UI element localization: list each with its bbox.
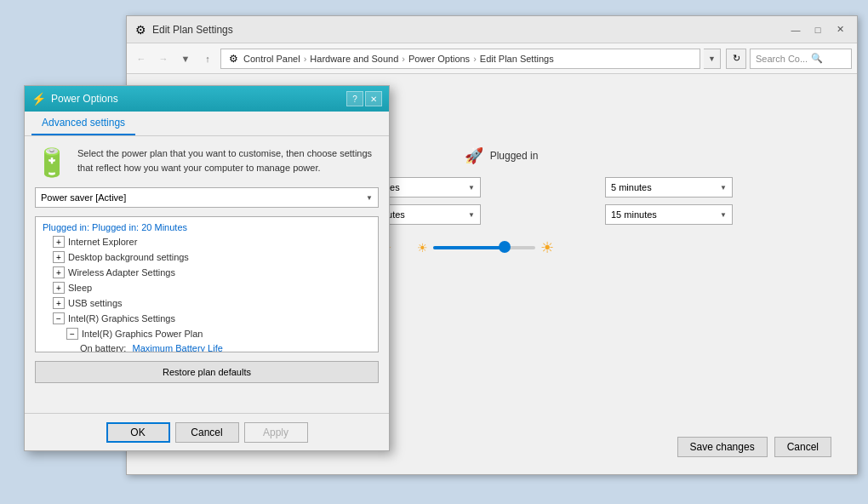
dialog-info-row: 🔋 Select the power plan that you want to… [35,146,379,179]
breadcrumb-edit-plan: Edit Plan Settings [480,54,554,64]
window-controls: — □ ✕ [785,21,850,38]
dropdown-arrow-icon: ▼ [468,184,475,192]
dialog-close-button[interactable]: ✕ [365,91,382,106]
dialog-apply-button[interactable]: Apply [244,422,308,443]
minimize-button[interactable]: — [785,21,806,38]
brightness-high-icon-2: ☀ [540,238,554,257]
brightness-low-icon-2: ☀ [417,241,428,255]
title-bar-left: ⚙ Edit Plan Settings [134,23,233,37]
settings-tree[interactable]: Plugged in: Plugged in: 20 Minutes + Int… [35,216,379,352]
expand-intel-power-plan[interactable]: − [66,328,78,340]
expand-ie[interactable]: + [53,236,65,248]
plan-dropdown[interactable]: Power saver [Active] ▼ [35,187,379,208]
expand-usb[interactable]: + [53,297,65,309]
tree-label-desktop: Desktop background settings [68,252,189,262]
window-icon: ⚙ [134,23,147,37]
tree-label-wireless: Wireless Adapter Settings [68,267,175,278]
tree-item-on-battery[interactable]: On battery: Maximum Battery Life [36,341,378,352]
restore-button[interactable]: □ [808,21,828,38]
search-placeholder: Search Co... [756,54,808,64]
plugged-display-value: 5 minutes [611,182,652,192]
tab-advanced-settings[interactable]: Advanced settings [31,112,135,135]
plan-dropdown-arrow: ▼ [366,194,373,202]
dialog-ok-button[interactable]: OK [106,422,170,443]
main-window-title: Edit Plan Settings [152,24,233,36]
dialog-title-text: Power Options [51,93,118,105]
plugged-display-dropdown[interactable]: 5 minutes ▼ [605,177,733,198]
breadcrumb-control-panel: Control Panel [243,54,300,64]
address-bar: ← → ▼ ↑ ⚙ Control Panel › Hardware and S… [127,43,857,74]
plugged-in-text: Plugged in [490,150,539,162]
back-button[interactable]: ← [132,49,151,68]
search-box[interactable]: Search Co... 🔍 [750,49,852,69]
dialog-power-icon: 🔋 [35,146,69,179]
tree-label-intel-power-plan: Intel(R) Graphics Power Plan [82,329,203,339]
address-field[interactable]: ⚙ Control Panel › Hardware and Sound › P… [220,49,700,69]
address-icon: ⚙ [226,52,240,66]
expand-desktop[interactable]: + [53,251,65,263]
tree-header: Plugged in: Plugged in: 20 Minutes [36,220,378,234]
dialog-controls: ? ✕ [346,91,382,106]
tree-label-intel-graphics: Intel(R) Graphics Settings [68,313,175,324]
refresh-button[interactable]: ↻ [726,49,746,69]
cancel-button-main[interactable]: Cancel [774,437,831,457]
breadcrumb-hardware: Hardware and Sound [310,54,398,64]
dialog-body: 🔋 Select the power plan that you want to… [25,136,389,393]
dropdown-arrow-icon4: ▼ [720,211,727,219]
save-changes-button[interactable]: Save changes [677,437,768,457]
dialog-tab-bar: Advanced settings [25,112,389,136]
power-options-dialog: ⚡ Power Options ? ✕ Advanced settings 🔋 … [24,85,390,451]
tree-item-sleep[interactable]: + Sleep [36,280,378,295]
plugged-sleep-value: 15 minutes [611,209,657,220]
address-dropdown[interactable]: ▼ [704,49,721,69]
dialog-title-bar: ⚡ Power Options ? ✕ [25,86,389,112]
breadcrumb-power-options: Power Options [408,54,470,64]
tree-value-on-battery: Maximum Battery Life [132,343,222,352]
tree-label-sleep: Sleep [68,283,92,293]
dialog-help-button[interactable]: ? [346,91,363,106]
plugged-sleep-dropdown[interactable]: 15 minutes ▼ [605,204,733,225]
search-icon: 🔍 [811,53,823,64]
tree-label-usb: USB settings [68,298,123,308]
plugged-brightness-slider[interactable] [433,246,535,249]
plug-icon: 🚀 [465,146,483,165]
tree-item-wireless[interactable]: + Wireless Adapter Settings [36,265,378,280]
expand-sleep[interactable]: + [53,282,65,294]
forward-button[interactable]: → [154,49,173,68]
tree-label-ie: Internet Explorer [68,237,137,247]
bottom-buttons: Save changes Cancel [677,437,831,457]
dialog-title-icon: ⚡ [31,92,46,106]
recent-button[interactable]: ▼ [176,49,195,68]
tree-item-usb[interactable]: + USB settings [36,295,378,311]
dialog-footer: OK Cancel Apply [25,413,389,450]
expand-intel-graphics[interactable]: − [53,312,65,324]
tree-item-intel-graphics[interactable]: − Intel(R) Graphics Settings [36,311,378,326]
tree-item-ie[interactable]: + Internet Explorer [36,234,378,249]
plugged-in-label: 🚀 Plugged in [433,145,569,167]
expand-wireless[interactable]: + [53,266,65,278]
plan-dropdown-value: Power saver [Active] [41,192,126,203]
dialog-title-left: ⚡ Power Options [31,92,118,106]
tree-label-on-battery: On battery: [80,343,128,352]
restore-plan-defaults-button[interactable]: Restore plan defaults [35,361,379,383]
dialog-info-text: Select the power plan that you want to c… [77,146,379,175]
tree-item-intel-power-plan[interactable]: − Intel(R) Graphics Power Plan [36,326,378,341]
tree-item-desktop[interactable]: + Desktop background settings [36,249,378,265]
dialog-cancel-button[interactable]: Cancel [175,422,239,443]
up-button[interactable]: ↑ [198,49,217,68]
dropdown-arrow-icon2: ▼ [720,184,727,192]
dropdown-arrow-icon3: ▼ [468,211,475,219]
close-button[interactable]: ✕ [830,21,850,38]
main-title-bar: ⚙ Edit Plan Settings — □ ✕ [127,16,857,43]
